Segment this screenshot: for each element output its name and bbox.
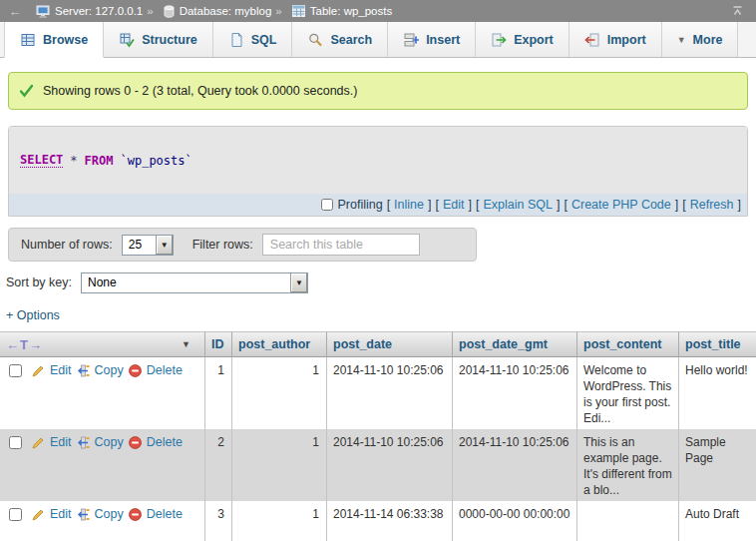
chevron-down-icon: ▼ — [677, 35, 686, 45]
tab-insert[interactable]: Insert — [388, 22, 476, 57]
row-checkbox[interactable] — [9, 436, 22, 449]
sql-keyword-from: FROM — [85, 154, 114, 168]
tab-search[interactable]: Search — [292, 22, 388, 57]
breadcrumb-table[interactable]: Table: wp_posts — [310, 5, 392, 17]
cell-id: 3 — [204, 501, 231, 541]
sql-star: * — [70, 154, 77, 168]
filter-rows-label: Filter rows: — [192, 238, 253, 252]
row-actions-cell: Edit Copy Delete — [0, 429, 204, 455]
bracket: ] — [738, 198, 741, 212]
num-rows-label: Number of rows: — [21, 238, 113, 252]
tab-structure[interactable]: Structure — [104, 22, 213, 57]
delete-link[interactable]: Delete — [147, 362, 183, 378]
cell-post-title: Auto Draft — [678, 501, 756, 541]
bracket: [ — [435, 198, 438, 212]
copy-icon — [77, 508, 90, 521]
tab-label: Structure — [142, 33, 197, 47]
delete-icon — [129, 436, 142, 449]
sql-table-identifier: `wp_posts` — [121, 154, 192, 168]
table-row: Edit Copy Delete 3 1 2014-11-14 06:33:38… — [0, 501, 756, 541]
column-header-post-title[interactable]: post_title — [678, 331, 756, 357]
breadcrumb-database[interactable]: Database: myblog — [180, 5, 272, 17]
tab-label: Browse — [43, 33, 88, 47]
bracket: ] — [675, 198, 678, 212]
status-message-text: Showing rows 0 - 2 (3 total, Query took … — [43, 84, 357, 98]
column-options-caret-icon[interactable]: ▼ — [182, 339, 190, 349]
sql-icon — [228, 32, 244, 48]
back-arrow-icon[interactable]: ← — [0, 0, 30, 22]
tab-browse[interactable]: Browse — [4, 22, 104, 58]
breadcrumb-separator: » — [275, 5, 281, 17]
tab-sql[interactable]: SQL — [213, 22, 293, 57]
explain-sql-link[interactable]: Explain SQL — [483, 198, 552, 212]
breadcrumb-server[interactable]: Server: 127.0.0.1 — [55, 5, 143, 17]
sql-query-text: SELECT * FROM `wp_posts` — [9, 127, 747, 194]
filter-rows-input[interactable] — [262, 234, 420, 256]
bracket: [ — [564, 198, 567, 212]
cell-post-date: 2014-11-10 10:25:06 — [326, 429, 452, 501]
copy-link[interactable]: Copy — [95, 362, 124, 378]
cell-post-content: This is an example page. It's different … — [576, 429, 678, 501]
cell-post-date: 2014-11-14 06:33:38 — [326, 501, 452, 541]
copy-link[interactable]: Copy — [95, 434, 124, 450]
cell-id: 1 — [204, 357, 231, 429]
bracket: [ — [387, 198, 390, 212]
tab-label: Search — [330, 33, 372, 47]
num-rows-select[interactable]: 25 ▼ — [122, 235, 174, 256]
sort-key-select[interactable]: None ▼ — [81, 272, 308, 293]
phpmyadmin-screen: ← Server: 127.0.0.1 » Database: myblog »… — [0, 0, 756, 541]
table-row: Edit Copy Delete 1 1 2014-11-10 10:25:06… — [0, 357, 756, 429]
copy-icon — [77, 364, 90, 377]
profiling-checkbox[interactable] — [321, 199, 333, 211]
collapse-panel-icon[interactable] — [731, 5, 744, 17]
row-checkbox[interactable] — [9, 508, 22, 521]
select-arrow-icon: ▼ — [156, 236, 173, 255]
edit-query-link[interactable]: Edit — [443, 198, 465, 212]
server-icon — [36, 5, 50, 18]
refresh-link[interactable]: Refresh — [690, 198, 734, 212]
bracket: [ — [682, 198, 685, 212]
column-header-post-author[interactable]: post_author — [231, 331, 326, 357]
create-php-code-link[interactable]: Create PHP Code — [571, 198, 671, 212]
cell-post-date-gmt: 0000-00-00 00:00:00 — [452, 501, 576, 541]
sql-keyword-select[interactable]: SELECT — [20, 153, 63, 168]
column-header-post-date-gmt[interactable]: post_date_gmt — [452, 331, 576, 357]
table-row: Edit Copy Delete 2 1 2014-11-10 10:25:06… — [0, 429, 756, 501]
transpose-control[interactable]: ←T→ — [6, 337, 43, 352]
column-header-post-content[interactable]: post_content — [576, 331, 678, 357]
delete-link[interactable]: Delete — [147, 506, 183, 522]
row-checkbox[interactable] — [9, 364, 22, 377]
sort-row: Sort by key: None ▼ — [6, 270, 756, 294]
sort-by-key-label: Sort by key: — [6, 275, 72, 289]
insert-icon — [403, 32, 419, 48]
tab-bar: Browse Structure SQL Search Insert Expor… — [0, 22, 756, 58]
table-header-row: ←T→ ▼ ID post_author post_date post_date… — [0, 331, 756, 357]
cell-post-title: Hello world! — [678, 357, 756, 429]
tab-import[interactable]: Import — [569, 22, 662, 57]
edit-link[interactable]: Edit — [50, 362, 72, 378]
structure-icon — [119, 32, 135, 48]
cell-id: 2 — [204, 429, 231, 501]
tab-label: More — [693, 33, 723, 47]
copy-icon — [77, 436, 90, 449]
edit-link[interactable]: Edit — [50, 434, 72, 450]
select-arrow-icon: ▼ — [290, 273, 307, 292]
options-toggle-link[interactable]: + Options — [6, 308, 60, 322]
rows-filter-bar: Number of rows: 25 ▼ Filter rows: — [8, 228, 477, 262]
delete-link[interactable]: Delete — [147, 434, 183, 450]
status-message: Showing rows 0 - 2 (3 total, Query took … — [8, 72, 748, 110]
copy-link[interactable]: Copy — [95, 506, 124, 522]
column-header-id[interactable]: ID — [204, 331, 231, 357]
edit-link[interactable]: Edit — [50, 506, 72, 522]
import-icon — [584, 32, 600, 48]
tab-export[interactable]: Export — [476, 22, 569, 57]
bracket: [ — [476, 198, 479, 212]
column-header-post-date[interactable]: post_date — [326, 331, 452, 357]
tab-more[interactable]: ▼ More — [662, 22, 739, 57]
profiling-label: Profiling — [337, 198, 382, 212]
table-icon — [292, 5, 305, 17]
cell-post-author: 1 — [231, 501, 326, 541]
inline-link[interactable]: Inline — [394, 198, 424, 212]
tab-label: Import — [607, 33, 646, 47]
breadcrumb-separator: » — [147, 5, 153, 17]
